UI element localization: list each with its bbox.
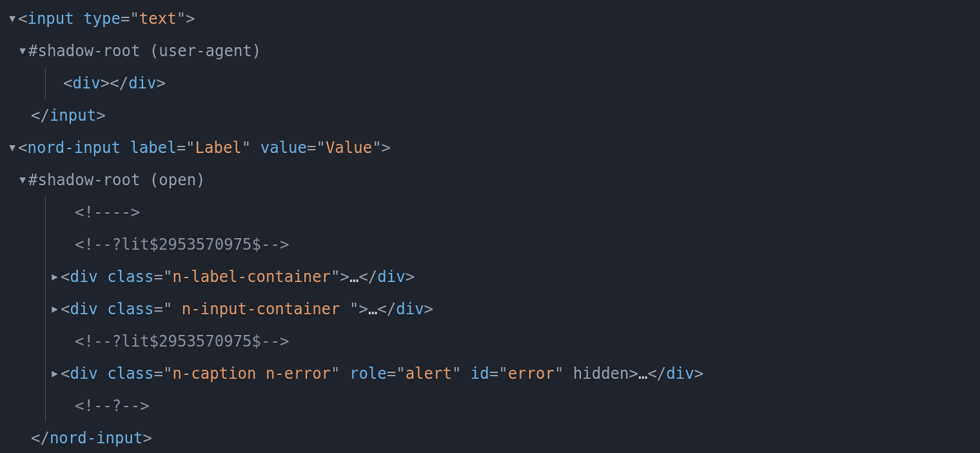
- attr-value: Label: [195, 139, 242, 157]
- collapse-icon[interactable]: [49, 304, 61, 314]
- attr-name: class: [107, 365, 153, 383]
- row-content: <div class="n-caption n-error" role="ale…: [61, 366, 703, 381]
- tag-name: nord-input: [50, 429, 143, 447]
- tag-name: div: [70, 268, 97, 286]
- ellipsis: …: [349, 268, 358, 286]
- tree-row[interactable]: #shadow-root (user-agent): [0, 35, 980, 67]
- dom-tree: <input type="text">#shadow-root (user-ag…: [0, 0, 980, 453]
- tree-gutter: [0, 261, 61, 293]
- attr-value: error: [508, 365, 554, 383]
- shadow-root-label: #shadow-root (open): [28, 171, 206, 189]
- html-comment: <!---->: [75, 203, 140, 221]
- tree-guide-line: [45, 67, 46, 99]
- tag-name: div: [666, 365, 694, 383]
- tree-row[interactable]: <div class="n-caption n-error" role="ale…: [0, 357, 980, 390]
- tree-guide-line: [45, 390, 46, 422]
- tree-guide-line: [45, 357, 46, 390]
- collapse-icon[interactable]: [49, 368, 61, 379]
- row-content: <!--?lit$2953570975$-->: [75, 334, 289, 349]
- row-content: <!---->: [75, 205, 140, 220]
- attr-name: role: [349, 365, 387, 383]
- html-comment: <!--?lit$2953570975$-->: [75, 332, 289, 350]
- tree-gutter: [0, 3, 18, 35]
- row-content: <input type="text">: [18, 11, 195, 26]
- row-content: </input>: [31, 108, 106, 123]
- row-content: </nord-input>: [31, 430, 152, 446]
- row-content: #shadow-root (open): [28, 172, 206, 188]
- attr-value: n-input-container: [172, 300, 349, 318]
- row-content: <!--?-->: [75, 398, 150, 414]
- tree-guide-line: [45, 293, 46, 325]
- tree-gutter: [0, 196, 75, 228]
- tree-row[interactable]: <div></div>: [0, 67, 980, 99]
- tree-row[interactable]: </nord-input>: [0, 422, 980, 453]
- tag-name: div: [72, 74, 100, 92]
- attr-name: class: [107, 300, 153, 318]
- tree-gutter: [0, 422, 31, 453]
- attr-name: value: [260, 139, 307, 157]
- tag-name: div: [396, 300, 424, 318]
- tree-row[interactable]: <div class=" n-input-container ">…</div>: [0, 293, 980, 325]
- tag-name: input: [27, 10, 74, 28]
- attr-name: label: [130, 139, 176, 157]
- tree-row[interactable]: <!---->: [0, 196, 980, 228]
- expand-icon[interactable]: [17, 175, 28, 185]
- tree-row[interactable]: <input type="text">: [0, 3, 980, 35]
- tree-row[interactable]: #shadow-root (open): [0, 164, 980, 196]
- tree-row[interactable]: </input>: [0, 99, 980, 132]
- tree-guide-line: [45, 196, 46, 228]
- tree-gutter: [0, 293, 61, 325]
- attr-value: Value: [326, 139, 372, 157]
- html-comment: <!--?lit$2953570975$-->: [75, 236, 289, 254]
- row-content: <!--?lit$2953570975$-->: [75, 237, 289, 252]
- tree-guide-line: [45, 228, 46, 261]
- attr-name: id: [471, 365, 489, 383]
- tree-gutter: [0, 228, 75, 261]
- tree-guide-line: [45, 261, 46, 293]
- tag-name: div: [377, 268, 405, 286]
- attr-value: n-label-container: [172, 268, 331, 286]
- row-content: #shadow-root (user-agent): [28, 43, 261, 59]
- attr-value: alert: [406, 365, 452, 383]
- html-comment: <!--?-->: [75, 397, 150, 415]
- tree-gutter: [0, 67, 63, 99]
- tree-gutter: [0, 132, 18, 164]
- tree-gutter: [0, 35, 28, 67]
- row-content: <div></div>: [63, 76, 166, 91]
- tree-row[interactable]: <!--?lit$2953570975$-->: [0, 325, 980, 357]
- tree-row[interactable]: <!--?-->: [0, 390, 980, 422]
- tag-name: div: [128, 74, 156, 92]
- tree-gutter: [0, 325, 75, 357]
- ellipsis: …: [368, 300, 377, 318]
- ellipsis: …: [638, 365, 647, 383]
- attr-name: hidden: [573, 365, 629, 383]
- tag-name: input: [50, 106, 96, 125]
- row-content: <nord-input label="Label" value="Value">: [18, 140, 391, 156]
- attr-value: n-caption n-error: [172, 365, 331, 383]
- attr-name: type: [83, 10, 121, 28]
- expand-icon[interactable]: [6, 143, 18, 153]
- attr-value: text: [139, 10, 177, 28]
- tag-name: div: [70, 365, 97, 383]
- tree-gutter: [0, 99, 31, 132]
- tree-guide-line: [45, 325, 46, 357]
- shadow-root-label: #shadow-root (user-agent): [28, 42, 261, 60]
- tree-row[interactable]: <nord-input label="Label" value="Value">: [0, 132, 980, 164]
- tree-row[interactable]: <!--?lit$2953570975$-->: [0, 228, 980, 261]
- tag-name: nord-input: [27, 139, 121, 157]
- attr-name: class: [107, 268, 153, 286]
- tree-gutter: [0, 390, 75, 422]
- tree-gutter: [0, 357, 61, 390]
- collapse-icon[interactable]: [49, 272, 61, 282]
- row-content: <div class=" n-input-container ">…</div>: [61, 301, 433, 317]
- tree-row[interactable]: <div class="n-label-container">…</div>: [0, 261, 980, 293]
- tree-gutter: [0, 164, 28, 196]
- tag-name: div: [70, 300, 97, 318]
- expand-icon[interactable]: [17, 46, 28, 56]
- expand-icon[interactable]: [6, 14, 18, 24]
- row-content: <div class="n-label-container">…</div>: [61, 269, 415, 285]
